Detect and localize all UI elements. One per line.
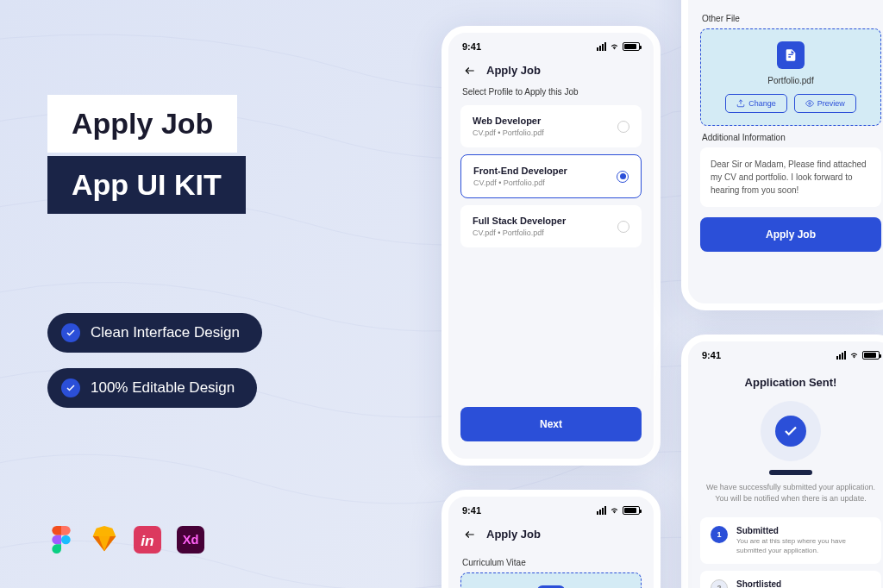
success-description: We have successfully submitted your appl…: [688, 475, 883, 517]
step-number: 1: [711, 526, 728, 543]
xd-icon: Xd: [177, 526, 204, 554]
step-card: 2 Shortlisted All applications will then…: [700, 571, 881, 588]
step-title: Shortlisted: [736, 579, 871, 588]
step-card: 1 Submitted You are at this step where y…: [700, 517, 881, 564]
battery-icon: [623, 506, 640, 515]
svg-point-6: [809, 103, 811, 105]
wifi-icon: [609, 506, 620, 515]
success-title: Application Sent!: [688, 366, 883, 392]
status-time: 9:41: [462, 41, 481, 52]
title-block: Apply Job App UI KIT: [47, 95, 262, 214]
tool-icons-row: in Xd: [47, 526, 204, 554]
apply-job-button[interactable]: Apply Job: [700, 217, 881, 252]
section-label: Other File: [688, 7, 883, 28]
feature-item: 100% Editable Design: [47, 368, 257, 408]
preview-button[interactable]: Preview: [794, 94, 856, 113]
status-time: 9:41: [702, 350, 721, 360]
wifi-icon: [609, 42, 620, 51]
status-bar: 9:41: [448, 497, 654, 521]
battery-icon: [623, 42, 640, 51]
battery-icon: [862, 351, 880, 360]
figma-icon: [47, 526, 75, 554]
file-icon: [777, 41, 805, 69]
check-icon: [61, 378, 80, 397]
upload-box: Portfolio.pdf Change Preview: [700, 28, 881, 126]
radio-button[interactable]: [617, 221, 629, 233]
profile-name: Front-End Developer: [473, 166, 567, 176]
feature-text: Clean Interface Design: [91, 324, 240, 341]
profile-files: CV.pdf • Portfolio.pdf: [473, 128, 544, 137]
feature-item: Clean Interface Design: [47, 313, 262, 353]
signal-icon: [836, 351, 846, 360]
back-arrow-icon[interactable]: [462, 65, 478, 77]
header: Apply Job: [448, 521, 654, 551]
profile-files: CV.pdf • Portfolio.pdf: [473, 228, 566, 237]
svg-text:in: in: [141, 532, 153, 549]
radio-button[interactable]: [617, 121, 629, 133]
next-button[interactable]: Next: [460, 407, 642, 441]
check-icon: [61, 323, 80, 342]
svg-text:Xd: Xd: [183, 533, 199, 547]
radio-button[interactable]: [617, 171, 629, 183]
step-title: Submitted: [736, 526, 871, 535]
wifi-icon: [849, 351, 860, 360]
phone-application-sent: 9:41 Application Sent! We have successfu…: [681, 335, 883, 588]
header: Apply Job: [448, 57, 654, 87]
feature-list: Clean Interface Design 100% Editable Des…: [47, 313, 262, 408]
page-title: Apply Job: [486, 64, 541, 77]
success-graphic: [761, 401, 821, 461]
promo-panel: Apply Job App UI KIT Clean Interface Des…: [47, 95, 262, 423]
profile-card[interactable]: Full Stack Developer CV.pdf • Portfolio.…: [460, 205, 642, 247]
file-name: Portfolio.pdf: [713, 76, 868, 85]
phone-cv-upload: 9:41 Apply Job Curriculum Vitae CV_2022.…: [442, 490, 661, 588]
page-subtitle: Select Profile to Apply this Job: [448, 87, 654, 105]
status-time: 9:41: [462, 505, 481, 516]
step-desc: You are at this step where you have subm…: [736, 537, 871, 555]
phone-select-profile: 9:41 Apply Job Select Profile to Apply t…: [442, 26, 661, 466]
profile-name: Full Stack Developer: [473, 216, 566, 226]
feature-text: 100% Editable Design: [91, 379, 235, 397]
back-arrow-icon[interactable]: [462, 529, 478, 541]
phone-upload-info: Other File Portfolio.pdf Change Preview …: [681, 0, 883, 310]
section-label: Additional Information: [688, 126, 883, 147]
status-bar: 9:41: [448, 33, 654, 57]
signal-icon: [597, 506, 606, 515]
profile-name: Web Developer: [473, 116, 544, 126]
profile-card[interactable]: Front-End Developer CV.pdf • Portfolio.p…: [460, 154, 642, 198]
upload-box: CV_2022.pdf Change Preview: [460, 572, 642, 588]
profile-files: CV.pdf • Portfolio.pdf: [473, 178, 567, 187]
step-number: 2: [711, 579, 728, 588]
svg-point-0: [61, 535, 71, 545]
page-title: Apply Job: [486, 528, 541, 541]
check-icon: [775, 416, 806, 447]
profile-card[interactable]: Web Developer CV.pdf • Portfolio.pdf: [460, 105, 642, 147]
section-label: Curriculum Vitae: [448, 551, 654, 572]
sketch-icon: [91, 526, 118, 554]
status-bar: 9:41: [688, 341, 883, 366]
change-button[interactable]: Change: [725, 94, 787, 113]
invision-icon: in: [134, 526, 161, 554]
title-line-1: Apply Job: [47, 95, 237, 153]
additional-info-text[interactable]: Dear Sir or Madam, Please find attached …: [700, 147, 881, 207]
title-line-2: App UI KIT: [47, 156, 246, 214]
signal-icon: [597, 42, 606, 51]
